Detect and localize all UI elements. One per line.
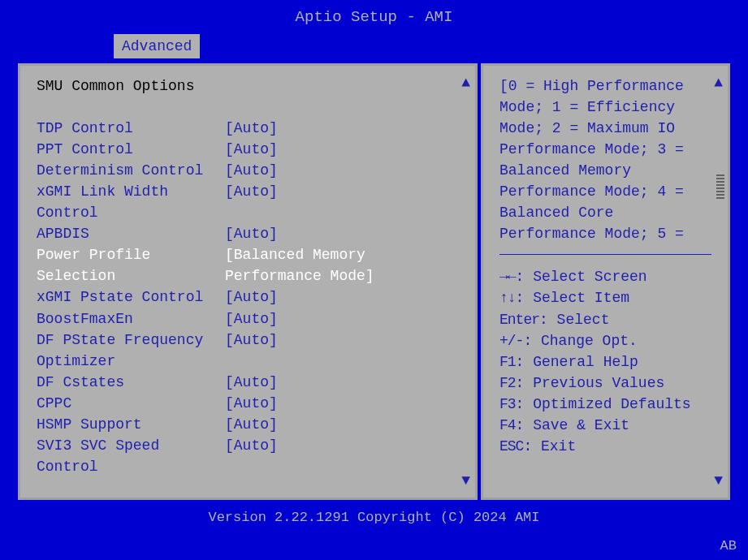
help-line: Performance Mode; 3 = — [499, 139, 711, 160]
setting-value: [Auto] — [225, 372, 278, 393]
setting-value: [Auto] — [225, 435, 278, 477]
key-hint: F1: General Help — [499, 351, 711, 373]
key-hint-text: : Previous Values — [516, 375, 665, 391]
key-hint: ↑↓: Select Item — [499, 287, 711, 308]
setting-value: [Auto] — [225, 308, 278, 330]
setting-row-cont[interactable]: Optimizer — [37, 351, 459, 372]
key-hint-keys: F4 — [499, 417, 516, 433]
key-hint: F4: Save & Exit — [499, 415, 711, 436]
setting-label: Power Profile — [37, 244, 225, 265]
setting-label: Determinism Control — [37, 160, 225, 181]
scroll-down-icon[interactable]: ▼ — [461, 470, 470, 491]
key-hint: →←: Select Screen — [499, 266, 711, 287]
setting-row-cont[interactable]: SelectionPerformance Mode] — [37, 265, 459, 286]
setting-label-cont: Control — [37, 202, 225, 223]
footer-version: Version 2.22.1291 Copyright (C) 2024 AMI — [0, 508, 748, 528]
setting-value: [Balanced Memory — [225, 244, 365, 265]
help-line: [0 = High Performance — [499, 75, 711, 97]
help-line: Balanced Memory — [499, 160, 711, 181]
help-line: Mode; 1 = Efficiency — [499, 97, 711, 118]
help-text: [0 = High PerformanceMode; 1 = Efficienc… — [499, 75, 711, 245]
key-hint-keys: F2 — [499, 375, 516, 391]
help-scrollbar-thumb[interactable] — [716, 174, 724, 199]
setting-row[interactable]: SVI3 SVC Speed Control[Auto] — [37, 435, 459, 477]
help-line: Balanced Core — [499, 202, 711, 223]
key-hint-text: : Select — [539, 312, 609, 328]
setting-value-cont: Performance Mode] — [225, 265, 374, 286]
setting-row[interactable]: xGMI Pstate Control[Auto] — [37, 286, 459, 308]
key-hint: Enter: Select — [499, 309, 711, 330]
key-hint: +/-: Change Opt. — [499, 330, 711, 351]
setting-row[interactable]: HSMP Support[Auto] — [37, 414, 459, 435]
window-title: Aptio Setup - AMI — [0, 0, 748, 29]
setting-value: [Auto] — [225, 393, 278, 414]
setting-value: [Auto] — [225, 160, 278, 181]
setting-value: [Auto] — [225, 181, 278, 202]
setting-label: SVI3 SVC Speed Control — [37, 435, 225, 477]
key-hint-keys: Enter — [499, 312, 539, 328]
key-hint: ESC: Exit — [499, 436, 711, 457]
key-hint-keys: F1 — [499, 354, 516, 370]
setting-label-cont: Optimizer — [37, 351, 225, 372]
key-hint-keys: ESC — [499, 438, 523, 454]
setting-row[interactable]: PPT Control[Auto] — [37, 139, 459, 160]
setting-value: [Auto] — [225, 330, 278, 351]
footer-badge: AB — [720, 536, 737, 557]
key-hints: →←: Select Screen↑↓: Select ItemEnter: S… — [499, 266, 711, 457]
setting-row[interactable]: xGMI Link Width[Auto] — [37, 181, 459, 202]
setting-row[interactable]: TDP Control[Auto] — [37, 118, 459, 139]
setting-label: PPT Control — [37, 139, 225, 160]
setting-value: [Auto] — [225, 139, 278, 160]
settings-panel: ▲ ▼ SMU Common Options TDP Control[Auto]… — [18, 63, 478, 500]
setting-row-cont[interactable]: Control — [37, 202, 459, 223]
tab-bar: Advanced — [114, 34, 748, 58]
setting-value: [Auto] — [225, 286, 278, 308]
help-line: Performance Mode; 5 = — [499, 223, 711, 244]
setting-value: [Auto] — [225, 414, 278, 435]
help-panel: ▲ ▼ [0 = High PerformanceMode; 1 = Effic… — [481, 63, 730, 500]
key-hint-keys: →← — [499, 269, 516, 285]
key-hint-keys: ↑↓ — [499, 290, 516, 306]
setting-label: CPPC — [37, 393, 225, 414]
setting-label: TDP Control — [37, 118, 225, 139]
setting-value: [Auto] — [225, 118, 278, 139]
key-hint-text: : Save & Exit — [516, 417, 629, 433]
setting-row[interactable]: DF Cstates[Auto] — [37, 372, 459, 393]
key-hint: F3: Optimized Defaults — [499, 394, 711, 415]
setting-row[interactable]: DF PState Frequency[Auto] — [37, 330, 459, 351]
key-hint-keys: +/- — [499, 333, 523, 349]
key-hint-text: : Select Screen — [516, 269, 647, 285]
section-title: SMU Common Options — [37, 75, 459, 97]
help-scroll-up-icon[interactable]: ▲ — [714, 72, 723, 93]
setting-label-cont: Selection — [37, 265, 225, 286]
key-hint-text: : Optimized Defaults — [516, 396, 691, 412]
tab-advanced[interactable]: Advanced — [114, 34, 200, 58]
key-hint-text: : Change Opt. — [523, 333, 637, 349]
setting-label: DF Cstates — [37, 372, 225, 393]
setting-row[interactable]: Power Profile[Balanced Memory — [37, 244, 459, 265]
key-hint: F2: Previous Values — [499, 373, 711, 394]
setting-label: BoostFmaxEn — [37, 308, 225, 330]
setting-label: xGMI Link Width — [37, 181, 225, 202]
setting-label: HSMP Support — [37, 414, 225, 435]
help-divider — [499, 254, 711, 255]
key-hint-text: : Exit — [523, 438, 576, 454]
key-hint-text: : Select Item — [516, 290, 629, 306]
setting-row[interactable]: Determinism Control[Auto] — [37, 160, 459, 181]
key-hint-keys: F3 — [499, 396, 516, 412]
setting-row[interactable]: CPPC[Auto] — [37, 393, 459, 414]
key-hint-text: : General Help — [516, 354, 638, 370]
setting-value: [Auto] — [225, 223, 278, 244]
setting-row[interactable]: BoostFmaxEn[Auto] — [37, 308, 459, 330]
scroll-up-icon[interactable]: ▲ — [461, 72, 470, 93]
help-line: Performance Mode; 4 = — [499, 181, 711, 202]
help-line: Mode; 2 = Maximum IO — [499, 118, 711, 139]
setting-label: APBDIS — [37, 223, 225, 244]
setting-label: xGMI Pstate Control — [37, 286, 225, 308]
setting-row[interactable]: APBDIS[Auto] — [37, 223, 459, 244]
setting-label: DF PState Frequency — [37, 330, 225, 351]
help-scroll-down-icon[interactable]: ▼ — [714, 470, 723, 491]
